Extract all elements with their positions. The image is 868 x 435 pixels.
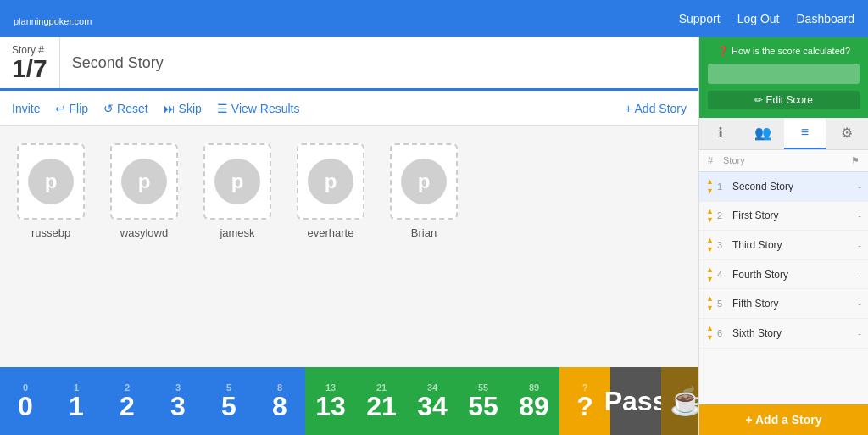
deck-card-value: 89 xyxy=(519,393,549,420)
tab-settings[interactable]: ⚙ xyxy=(826,118,868,149)
deck-card[interactable]: 1 1 xyxy=(51,367,102,435)
story-list-score: - xyxy=(858,298,861,309)
deck-card[interactable]: 5 5 xyxy=(203,367,254,435)
story-list-score: - xyxy=(858,328,861,338)
add-story-bottom-button[interactable]: + Add a Story xyxy=(699,404,868,435)
deck-card[interactable]: 89 89 xyxy=(509,367,559,435)
deck-card-value: 0 xyxy=(18,393,33,420)
story-arrow-up[interactable]: ▲ xyxy=(706,177,714,187)
story-number-panel: Story # 1/7 xyxy=(0,37,60,88)
player-name: russebp xyxy=(31,226,70,239)
story-arrow-up[interactable]: ▲ xyxy=(706,294,714,304)
brand-text: planningpoker xyxy=(14,16,72,26)
dashboard-link[interactable]: Dashboard xyxy=(797,12,855,25)
story-arrow-up[interactable]: ▲ xyxy=(706,236,714,245)
left-content: Story # 1/7 Second Story Invite ↩ Flip ↺… xyxy=(0,37,698,435)
story-arrow-down[interactable]: ▼ xyxy=(706,187,714,196)
story-list-item[interactable]: ▲ ▼ 3 Third Story - xyxy=(699,231,868,260)
deck-card-value: 3 xyxy=(170,393,186,420)
player-avatar-box: p xyxy=(203,143,271,220)
player-card: p everharte xyxy=(297,143,364,350)
story-list-item[interactable]: ▲ ▼ 1 Second Story - xyxy=(699,172,868,202)
player-name: wasylowd xyxy=(120,226,168,239)
story-list-name: Sixth Story xyxy=(732,327,858,339)
toolbar: Invite ↩ Flip ↺ Reset ⏭ Skip ☰ View Resu… xyxy=(0,91,698,126)
player-avatar: p xyxy=(28,159,74,204)
player-avatar-box: p xyxy=(17,143,85,220)
deck-card[interactable]: 21 21 xyxy=(356,367,407,435)
player-avatar: p xyxy=(121,159,167,204)
story-number: 6 xyxy=(717,328,732,338)
story-number: 2 xyxy=(717,210,732,220)
story-number: 1 xyxy=(717,181,732,192)
story-list-item[interactable]: ▲ ▼ 5 Fifth Story - xyxy=(699,289,868,319)
story-arrow-down[interactable]: ▼ xyxy=(706,275,714,284)
deck-card[interactable]: 34 34 xyxy=(407,367,458,435)
deck-card-value: ☕ xyxy=(670,388,698,415)
deck-card-value: 1 xyxy=(69,393,84,420)
support-link[interactable]: Support xyxy=(679,12,721,25)
score-display xyxy=(708,64,860,84)
tab-info[interactable]: ℹ xyxy=(699,118,742,149)
player-avatar-box: p xyxy=(390,143,458,220)
tab-list[interactable]: ≡ xyxy=(784,118,826,149)
nav-links: Support Log Out Dashboard xyxy=(679,12,854,25)
story-list-item[interactable]: ▲ ▼ 6 Sixth Story - xyxy=(699,319,868,349)
deck-card-value: 5 xyxy=(221,393,236,420)
player-avatar: p xyxy=(214,159,260,204)
story-arrow-up[interactable]: ▲ xyxy=(706,324,714,333)
story-list-item[interactable]: ▲ ▼ 2 First Story - xyxy=(699,202,868,231)
story-arrows: ▲ ▼ xyxy=(706,207,714,226)
story-arrow-down[interactable]: ▼ xyxy=(706,333,714,343)
player-card: p Brian xyxy=(390,143,458,350)
deck-card[interactable]: ? ? xyxy=(559,367,610,435)
deck-card-value: Pass xyxy=(604,388,668,415)
story-name-box: Second Story xyxy=(60,37,698,88)
player-name: Brian xyxy=(411,226,437,239)
edit-score-button[interactable]: ✏ Edit Score xyxy=(708,91,860,109)
deck-card[interactable]: 13 13 xyxy=(305,367,356,435)
deck-card[interactable]: 0 0 xyxy=(0,367,51,435)
story-number: 3 xyxy=(717,240,732,250)
story-arrow-up[interactable]: ▲ xyxy=(706,207,714,216)
story-arrow-down[interactable]: ▼ xyxy=(706,215,714,225)
score-panel: ❓ How is the score calculated? ✏ Edit Sc… xyxy=(699,37,868,118)
player-avatar: p xyxy=(401,159,447,204)
col-flag-header: ⚑ xyxy=(844,155,860,166)
deck-card[interactable]: 2 2 xyxy=(102,367,153,435)
story-arrow-up[interactable]: ▲ xyxy=(706,265,714,275)
main-layout: Story # 1/7 Second Story Invite ↩ Flip ↺… xyxy=(0,37,868,435)
deck-card[interactable]: ☕ xyxy=(661,367,698,435)
deck-card[interactable]: 3 3 xyxy=(153,367,203,435)
invite-button[interactable]: Invite xyxy=(12,102,40,115)
story-list-name: Fourth Story xyxy=(732,269,858,281)
story-number: 5 xyxy=(717,298,732,309)
right-sidebar: ❓ How is the score calculated? ✏ Edit Sc… xyxy=(698,37,868,435)
view-results-button[interactable]: ☰ View Results xyxy=(217,102,300,115)
story-list-score: - xyxy=(858,240,861,250)
story-arrow-down[interactable]: ▼ xyxy=(706,245,714,254)
deck-card-value: 34 xyxy=(417,393,448,420)
player-card: p russebp xyxy=(17,143,85,350)
story-arrows: ▲ ▼ xyxy=(706,236,714,254)
deck-card-value: 13 xyxy=(315,393,346,420)
flip-button[interactable]: ↩ Flip xyxy=(55,102,88,115)
story-name: Second Story xyxy=(72,54,164,72)
deck-card[interactable]: 55 55 xyxy=(458,367,509,435)
story-arrows: ▲ ▼ xyxy=(706,324,714,343)
players-area: p russebp p wasylowd p jamesk p everhart… xyxy=(0,126,698,367)
story-list-item[interactable]: ▲ ▼ 4 Fourth Story - xyxy=(699,260,868,290)
score-question: ❓ How is the score calculated? xyxy=(708,46,860,57)
story-list-name: Second Story xyxy=(732,181,858,192)
reset-button[interactable]: ↺ Reset xyxy=(103,102,148,115)
card-deck: 0 0 1 1 2 2 3 3 5 5 8 8 13 13 21 21 34 3… xyxy=(0,367,698,435)
story-list-name: Third Story xyxy=(732,239,858,251)
skip-button[interactable]: ⏭ Skip xyxy=(164,102,202,115)
add-story-toolbar-button[interactable]: + Add Story xyxy=(625,102,687,115)
deck-card[interactable]: Pass xyxy=(610,367,661,435)
deck-card[interactable]: 8 8 xyxy=(254,367,305,435)
deck-card-value: 2 xyxy=(120,393,135,420)
tab-team[interactable]: 👥 xyxy=(742,118,784,149)
logout-link[interactable]: Log Out xyxy=(737,12,780,25)
story-arrow-down[interactable]: ▼ xyxy=(706,304,714,313)
